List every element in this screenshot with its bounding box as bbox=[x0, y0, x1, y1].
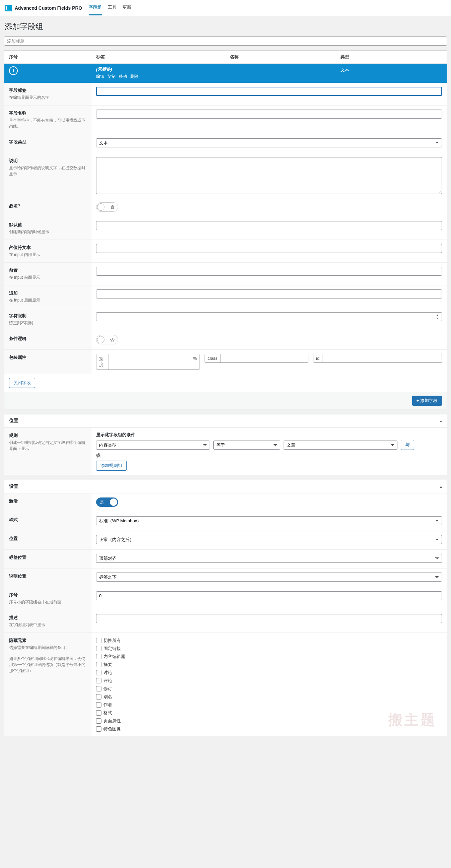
lbl-field-type: 字段类型 bbox=[9, 139, 86, 145]
page-title: 添加字段组 bbox=[5, 22, 447, 32]
hide-checkbox[interactable] bbox=[96, 718, 101, 723]
hide-checkbox[interactable] bbox=[96, 726, 101, 732]
hide-checkbox[interactable] bbox=[96, 702, 101, 708]
settings-title: 设置 bbox=[9, 484, 19, 490]
hide-checkbox[interactable] bbox=[96, 654, 101, 659]
hide-item[interactable]: 别名 bbox=[96, 694, 125, 700]
hide-item[interactable]: 修订 bbox=[96, 686, 125, 692]
input-wrapper-id[interactable] bbox=[322, 354, 442, 363]
order-badge: 1 bbox=[9, 66, 18, 75]
input-charlimit[interactable] bbox=[96, 312, 442, 321]
location-title: 位置 bbox=[9, 418, 19, 424]
title-input[interactable] bbox=[4, 36, 447, 45]
hide-item[interactable]: 特色图像 bbox=[96, 726, 125, 732]
col-type: 类型 bbox=[341, 54, 442, 60]
tab-tools[interactable]: 工具 bbox=[108, 0, 117, 16]
lbl-label-placement: 标签位置 bbox=[9, 554, 86, 560]
tab-field-groups[interactable]: 字段组 bbox=[89, 0, 102, 16]
lbl-prepend: 前置 bbox=[9, 267, 86, 273]
hide-item[interactable]: 摘要 bbox=[96, 662, 125, 668]
lbl-field-name: 字段名称 bbox=[9, 110, 86, 116]
action-edit[interactable]: 编辑 bbox=[96, 74, 104, 80]
close-field-button[interactable]: 关闭字段 bbox=[9, 378, 35, 388]
or-label: 或 bbox=[96, 453, 100, 459]
select-field-type[interactable]: 文本 bbox=[96, 138, 442, 147]
action-move[interactable]: 移动 bbox=[119, 74, 127, 80]
condition-label: 显示此字段组的条件 bbox=[96, 432, 135, 438]
input-order-no[interactable] bbox=[96, 591, 442, 600]
action-delete[interactable]: 删除 bbox=[130, 74, 138, 80]
col-label: 标签 bbox=[96, 54, 230, 60]
hide-checkbox[interactable] bbox=[96, 694, 101, 700]
rule-operator[interactable]: 等于 bbox=[213, 440, 280, 450]
fields-table-header: 序号 标签 名称 类型 bbox=[4, 51, 447, 64]
field-type-text: 文本 bbox=[341, 66, 442, 73]
hide-checkbox[interactable] bbox=[96, 686, 101, 691]
field-row[interactable]: 1 (无标签) 编辑 复制 移动 删除 文本 bbox=[4, 64, 447, 83]
lbl-description: 描述 bbox=[9, 615, 86, 621]
brand-logo: Advanced Custom Fields PRO bbox=[5, 5, 82, 11]
select-label-placement[interactable]: 顶部对齐 bbox=[96, 554, 442, 563]
lbl-style: 样式 bbox=[9, 517, 86, 523]
select-position[interactable]: 正常（内容之后） bbox=[96, 535, 442, 544]
select-style[interactable]: 标准（WP Metabox） bbox=[96, 516, 442, 525]
input-wrapper-class[interactable] bbox=[221, 354, 308, 363]
rule-and-button[interactable]: 与 bbox=[401, 440, 414, 450]
action-copy[interactable]: 复制 bbox=[107, 74, 116, 80]
hide-item[interactable]: 作者 bbox=[96, 702, 125, 708]
lbl-required: 必填? bbox=[9, 203, 86, 209]
lbl-charlimit: 字符限制 bbox=[9, 313, 86, 319]
input-field-name[interactable] bbox=[96, 110, 442, 119]
hide-item[interactable]: 固定链接 bbox=[96, 646, 125, 652]
hide-checklist: 切换所有固定链接内容编辑器摘要讨论评论修订别名作者格式页面属性特色图像 bbox=[96, 637, 125, 732]
hide-checkbox[interactable] bbox=[96, 710, 101, 716]
add-field-button[interactable]: + 添加字段 bbox=[412, 396, 442, 406]
fields-footer: + 添加字段 bbox=[4, 392, 447, 409]
hide-checkbox[interactable] bbox=[96, 678, 101, 683]
location-panel: 位置 ▴ 规则创建一组规则以确定自定义字段在哪个编辑界面上显示 显示此字段组的条… bbox=[4, 414, 447, 475]
select-instruction-placement[interactable]: 标签之下 bbox=[96, 572, 442, 582]
collapse-icon[interactable]: ▴ bbox=[440, 418, 442, 423]
settings-panel: 设置 ▴ 激活 是 样式 标准（WP Metabox） 位置 正常（内容之后） … bbox=[4, 480, 447, 736]
hide-item[interactable]: 评论 bbox=[96, 678, 125, 684]
number-spinner[interactable]: ▲▼ bbox=[436, 314, 441, 320]
toggle-active[interactable]: 是 bbox=[96, 497, 118, 507]
wrapper-id: id bbox=[313, 354, 442, 363]
chevron-up-icon: ▲ bbox=[436, 314, 441, 317]
hide-item[interactable]: 格式 bbox=[96, 710, 125, 716]
hide-checkbox[interactable] bbox=[96, 638, 101, 643]
lbl-position: 位置 bbox=[9, 536, 86, 542]
toggle-required[interactable]: 否 bbox=[96, 203, 118, 212]
hide-item[interactable]: 切换所有 bbox=[96, 638, 125, 644]
hide-checkbox[interactable] bbox=[96, 646, 101, 651]
wrapper-class: class bbox=[204, 354, 309, 363]
input-append[interactable] bbox=[96, 289, 442, 299]
collapse-icon[interactable]: ▴ bbox=[440, 484, 442, 489]
add-rule-group-button[interactable]: 添加规则组 bbox=[96, 461, 127, 471]
lbl-append: 追加 bbox=[9, 290, 86, 296]
hide-item[interactable]: 页面属性 bbox=[96, 718, 125, 724]
chevron-down-icon: ▼ bbox=[436, 317, 441, 320]
input-description[interactable] bbox=[96, 614, 442, 623]
lbl-placeholder: 占位符文本 bbox=[9, 245, 86, 251]
input-prepend[interactable] bbox=[96, 267, 442, 276]
hide-checkbox[interactable] bbox=[96, 670, 101, 675]
hide-item[interactable]: 讨论 bbox=[96, 670, 125, 676]
textarea-instructions[interactable] bbox=[96, 157, 442, 194]
field-actions: 编辑 复制 移动 删除 bbox=[96, 74, 230, 80]
page-body: 添加字段组 序号 标签 名称 类型 1 (无标签) 编辑 复制 移动 删除 文本 bbox=[0, 16, 451, 740]
hide-item[interactable]: 内容编辑器 bbox=[96, 654, 125, 660]
lbl-instructions: 说明 bbox=[9, 158, 86, 164]
toggle-conditional[interactable]: 否 bbox=[96, 335, 118, 344]
input-field-label[interactable] bbox=[96, 87, 442, 96]
tab-updates[interactable]: 更新 bbox=[123, 0, 131, 16]
input-default[interactable] bbox=[96, 221, 442, 230]
lbl-field-label: 字段标签 bbox=[9, 87, 86, 93]
top-bar: Advanced Custom Fields PRO 字段组 工具 更新 bbox=[0, 0, 451, 16]
hide-checkbox[interactable] bbox=[96, 662, 101, 667]
col-order: 序号 bbox=[9, 54, 96, 60]
input-placeholder[interactable] bbox=[96, 244, 442, 253]
input-wrapper-width[interactable] bbox=[109, 354, 190, 370]
rule-param[interactable]: 内容类型 bbox=[96, 440, 210, 450]
rule-value[interactable]: 文章 bbox=[284, 440, 397, 450]
